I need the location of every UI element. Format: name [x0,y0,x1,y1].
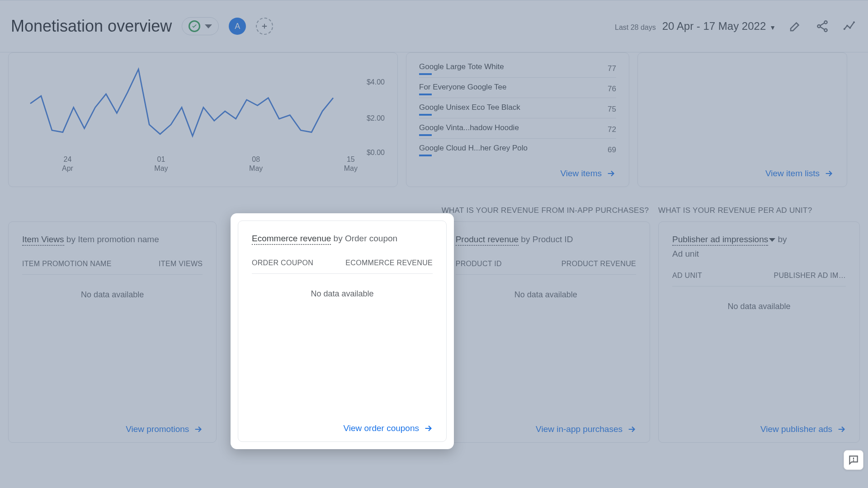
segment-selector[interactable] [182,17,219,35]
chevron-down-icon [769,238,775,242]
top-item-row[interactable]: Google Cloud H...her Grey Polo69 [419,138,616,159]
top-item-row[interactable]: Google Large Tote White77 [419,57,616,77]
coupons-no-data: No data available [252,289,433,299]
svg-point-3 [844,28,845,30]
view-publisher-ads-link[interactable]: View publisher ads [760,424,847,434]
insights-icon[interactable] [842,19,857,34]
publisher-ads-card: Publisher ad impressions by Ad unit AD U… [658,221,860,443]
top-item-row[interactable]: Google Unisex Eco Tee Black75 [419,98,616,118]
svg-point-7 [853,460,854,461]
date-range-picker[interactable]: Last 28 days 20 Apr - 17 May 2022 ▼ [615,20,776,33]
publisher-col2: PUBLISHER AD IM… [774,272,846,280]
item-name: Google Vinta...hadow Hoodie [419,123,519,132]
item-name: For Everyone Google Tee [419,83,506,92]
chart-ytick-2: $0.00 [367,149,385,157]
product-col1: PRODUCT ID [456,260,502,268]
item-sparkbar [419,114,432,116]
page-title: Monetisation overview [11,17,172,36]
date-range-value: 20 Apr - 17 May 2022 ▼ [662,20,776,33]
promotions-col1: ITEM PROMOTION NAME [22,260,112,268]
svg-point-4 [846,25,848,27]
chart-ytick-1: $2.00 [367,114,385,122]
item-value: 75 [608,105,616,114]
spotlight-card: Ecommerce revenue by Order coupon ORDER … [231,213,454,449]
publisher-dimension: Ad unit [672,249,699,258]
item-name: Google Cloud H...her Grey Polo [419,144,528,153]
top-items-card: Google Large Tote White77For Everyone Go… [406,52,629,187]
line-chart[interactable]: $4.00 $2.00 $0.00 [21,63,385,153]
comparison-avatar[interactable]: A [229,18,246,35]
item-name: Google Large Tote White [419,62,504,71]
line-chart-card: $4.00 $2.00 $0.00 24Apr 01May 08May 15Ma… [8,52,398,187]
view-promotions-link[interactable]: View promotions [126,424,203,434]
chart-x-axis: 24Apr 01May 08May 15May [21,155,385,173]
product-col2: PRODUCT REVENUE [561,260,636,268]
promotions-card: Item Views by Item promotion name ITEM P… [8,221,217,443]
svg-point-5 [849,27,851,29]
coupons-title: Ecommerce revenue by Order coupon [252,234,433,244]
view-items-link[interactable]: View items [560,169,616,178]
item-value: 72 [608,125,616,134]
item-sparkbar [419,155,432,156]
feedback-button[interactable] [844,450,863,470]
item-sparkbar [419,134,432,136]
check-circle-icon [189,20,200,32]
view-order-coupons-link[interactable]: View order coupons [343,423,434,433]
promotions-no-data: No data available [22,290,203,300]
section-heading-ad-unit: WHAT IS YOUR REVENUE PER AD UNIT? [658,206,860,215]
item-sparkbar [419,73,432,75]
view-item-lists-link[interactable]: View item lists [765,169,834,178]
publisher-title[interactable]: Publisher ad impressions by [672,235,846,244]
product-no-data: No data available [456,290,636,300]
section-heading-in-app: WHAT IS YOUR REVENUE FROM IN-APP PURCHAS… [442,206,650,215]
add-comparison-button[interactable] [256,18,273,35]
edit-icon[interactable] [788,19,803,34]
item-name: Google Unisex Eco Tee Black [419,103,520,112]
svg-point-6 [853,21,855,23]
publisher-no-data: No data available [672,302,846,311]
item-sparkbar [419,94,432,95]
chevron-down-icon [205,24,212,28]
product-title: Product revenue by Product ID [456,235,636,244]
coupons-card: Ecommerce revenue by Order coupon ORDER … [238,221,447,442]
publisher-col1: AD UNIT [672,272,702,280]
promotions-title: Item Views by Item promotion name [22,235,203,244]
chart-ytick-0: $4.00 [367,78,385,86]
report-header: Monetisation overview A Last 28 days 20 … [0,0,868,52]
item-lists-card: View item lists [637,52,847,187]
coupons-col2: ECOMMERCE REVENUE [345,259,433,267]
date-range-preset-label: Last 28 days [615,23,656,32]
top-item-row[interactable]: For Everyone Google Tee76 [419,77,616,98]
share-icon[interactable] [815,19,830,34]
coupons-col1: ORDER COUPON [252,259,313,267]
promotions-col2: ITEM VIEWS [159,260,203,268]
item-value: 77 [608,64,616,73]
item-value: 69 [608,145,616,155]
top-item-row[interactable]: Google Vinta...hadow Hoodie72 [419,118,616,138]
in-app-purchases-card: Product revenue by Product ID PRODUCT ID… [442,221,650,443]
item-value: 76 [608,84,616,94]
view-in-app-purchases-link[interactable]: View in-app purchases [536,424,637,434]
